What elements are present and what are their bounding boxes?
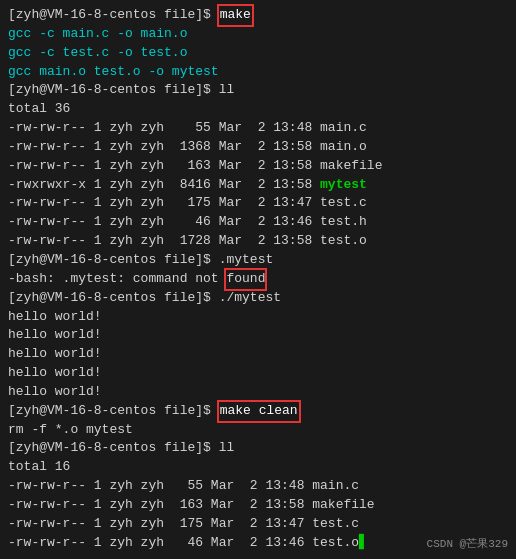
terminal-line: -rw-rw-r-- 1 zyh zyh 163 Mar 2 13:58 mak… <box>8 496 508 515</box>
terminal-line: -rw-rw-r-- 1 zyh zyh 55 Mar 2 13:48 main… <box>8 477 508 496</box>
output-text: hello world! <box>8 364 102 383</box>
terminal-line: hello world! <box>8 308 508 327</box>
prompt: [zyh@VM-16-8-centos file]$ <box>8 6 219 25</box>
prompt: [zyh@VM-16-8-centos file]$ <box>8 251 219 270</box>
output-text: total 36 <box>8 100 70 119</box>
output-text: -rw-rw-r-- 1 zyh zyh 55 Mar 2 13:48 main… <box>8 477 359 496</box>
terminal-line: -rw-rw-r-- 1 zyh zyh 46 Mar 2 13:46 test… <box>8 213 508 232</box>
truncation-indicator: ▋ <box>359 534 367 553</box>
output-text: total 16 <box>8 458 70 477</box>
terminal-line: -rw-rw-r-- 1 zyh zyh 1728 Mar 2 13:58 te… <box>8 232 508 251</box>
terminal-line: hello world! <box>8 383 508 402</box>
output-text: -rw-rw-r-- 1 zyh zyh 46 Mar 2 13:46 test… <box>8 534 359 553</box>
terminal-line: gcc -c main.c -o main.o <box>8 25 508 44</box>
output-text: hello world! <box>8 308 102 327</box>
terminal-line: hello world! <box>8 326 508 345</box>
output-text: -rw-rw-r-- 1 zyh zyh 163 Mar 2 13:58 mak… <box>8 496 375 515</box>
prompt: [zyh@VM-16-8-centos file]$ <box>8 439 219 458</box>
output-text: -rw-rw-r-- 1 zyh zyh 175 Mar 2 13:47 tes… <box>8 515 359 534</box>
terminal-line: [zyh@VM-16-8-centos file]$ make <box>8 6 508 25</box>
terminal-line: -rwxrwxr-x 1 zyh zyh 8416 Mar 2 13:58 my… <box>8 176 508 195</box>
terminal-line: -rw-rw-r-- 1 zyh zyh 163 Mar 2 13:58 mak… <box>8 157 508 176</box>
terminal-line: [zyh@VM-16-8-centos file]$ make clean <box>8 402 508 421</box>
output-text: hello world! <box>8 326 102 345</box>
found-highlight: found <box>226 270 265 289</box>
terminal-line: -bash: .mytest: command not found <box>8 270 508 289</box>
error-text: -bash: .mytest: command not <box>8 270 226 289</box>
output-text: hello world! <box>8 383 102 402</box>
output-text: -rw-rw-r-- 1 zyh zyh 46 Mar 2 13:46 test… <box>8 213 367 232</box>
output-text: -rw-rw-r-- 1 zyh zyh 1368 Mar 2 13:58 ma… <box>8 138 367 157</box>
command: ll <box>219 439 235 458</box>
output-text: -rw-rw-r-- 1 zyh zyh 55 Mar 2 13:48 main… <box>8 119 367 138</box>
terminal-line: gcc main.o test.o -o mytest <box>8 63 508 82</box>
terminal-line: total 16 <box>8 458 508 477</box>
command: ll <box>219 81 235 100</box>
output-text: -rw-rw-r-- 1 zyh zyh 1728 Mar 2 13:58 te… <box>8 232 367 251</box>
prompt: [zyh@VM-16-8-centos file]$ <box>8 81 219 100</box>
watermark: CSDN @芒果329 <box>427 536 508 551</box>
terminal-line: gcc -c test.c -o test.o <box>8 44 508 63</box>
output-text: hello world! <box>8 345 102 364</box>
terminal-line: [zyh@VM-16-8-centos file]$ .mytest <box>8 251 508 270</box>
prompt: [zyh@VM-16-8-centos file]$ <box>8 402 219 421</box>
terminal-line: hello world! <box>8 345 508 364</box>
output-text: gcc main.o test.o -o mytest <box>8 63 219 82</box>
command: make <box>219 6 252 25</box>
output-text: -rwxrwxr-x 1 zyh zyh 8416 Mar 2 13:58 <box>8 176 320 195</box>
terminal-line: [zyh@VM-16-8-centos file]$ ll <box>8 81 508 100</box>
command: make clean <box>219 402 299 421</box>
terminal-line: total 36 <box>8 100 508 119</box>
terminal-line: [zyh@VM-16-8-centos file]$ ./mytest <box>8 289 508 308</box>
prompt: [zyh@VM-16-8-centos file]$ <box>8 289 219 308</box>
terminal-line: -rw-rw-r-- 1 zyh zyh 1368 Mar 2 13:58 ma… <box>8 138 508 157</box>
output-text: gcc -c test.c -o test.o <box>8 44 187 63</box>
output-text: -rw-rw-r-- 1 zyh zyh 163 Mar 2 13:58 mak… <box>8 157 382 176</box>
terminal-line: -rw-rw-r-- 1 zyh zyh 175 Mar 2 13:47 tes… <box>8 194 508 213</box>
terminal-line: rm -f *.o mytest <box>8 421 508 440</box>
command: ./mytest <box>219 289 281 308</box>
terminal-line: -rw-rw-r-- 1 zyh zyh 175 Mar 2 13:47 tes… <box>8 515 508 534</box>
terminal-line: [zyh@VM-16-8-centos file]$ ll <box>8 439 508 458</box>
filename-exec: mytest <box>320 176 367 195</box>
terminal-line: hello world! <box>8 364 508 383</box>
terminal[interactable]: [zyh@VM-16-8-centos file]$ makegcc -c ma… <box>0 0 516 559</box>
command: .mytest <box>219 251 274 270</box>
terminal-line: -rw-rw-r-- 1 zyh zyh 55 Mar 2 13:48 main… <box>8 119 508 138</box>
output-text: rm -f *.o mytest <box>8 421 133 440</box>
output-text: gcc -c main.c -o main.o <box>8 25 187 44</box>
output-text: -rw-rw-r-- 1 zyh zyh 175 Mar 2 13:47 tes… <box>8 194 367 213</box>
